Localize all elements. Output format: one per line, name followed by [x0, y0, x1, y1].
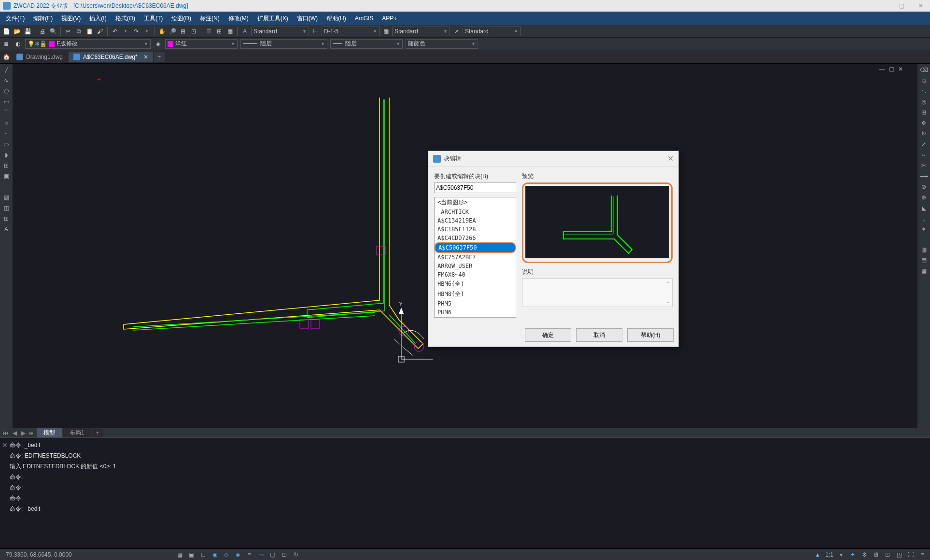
close-button[interactable]: ✕	[915, 2, 927, 9]
dim-style-combo[interactable]: D-1-5▼	[322, 27, 380, 36]
hardware-icon[interactable]: ⛶	[907, 551, 915, 559]
copy-obj-icon[interactable]: ⧉	[919, 76, 928, 85]
pan-icon[interactable]: ✋	[157, 27, 166, 36]
props-icon[interactable]: ☰	[204, 27, 213, 36]
menu-edit[interactable]: 编辑(E)	[29, 13, 56, 25]
command-window[interactable]: ✕ 命令: _bedit命令: EDITNESTEDBLOCK输入 EDITNE…	[0, 437, 930, 548]
menu-view[interactable]: 视图(V)	[57, 13, 85, 25]
block-list-item[interactable]: PHM8	[435, 317, 516, 318]
zoom-icon[interactable]: 🔎	[168, 27, 177, 36]
paste-icon[interactable]: 📋	[85, 27, 94, 36]
tab-last-icon[interactable]: ⏭	[28, 430, 36, 436]
dimstyle-icon[interactable]: ⊢	[311, 27, 320, 36]
region-icon[interactable]: ◫	[2, 204, 11, 212]
iso-icon[interactable]: ◳	[895, 551, 903, 559]
add-tab-button[interactable]: +	[154, 52, 165, 62]
scroll-down-icon[interactable]: ⌄	[665, 298, 670, 305]
polar-toggle[interactable]: ◉	[211, 551, 219, 559]
scale-readout[interactable]: 1:1	[825, 551, 833, 558]
palette3-icon[interactable]: ▦	[919, 266, 928, 275]
mtext-icon[interactable]: A	[2, 225, 11, 234]
array-icon[interactable]: ⊞	[919, 108, 928, 117]
block-list-item[interactable]: A$C50637F50	[435, 242, 516, 253]
offset-icon[interactable]: ◎	[919, 98, 928, 106]
lineweight-combo[interactable]: 随层▼	[330, 39, 403, 49]
cut-icon[interactable]: ✂	[64, 27, 72, 36]
layout-tab[interactable]: 布局1	[63, 428, 91, 438]
block-list-item[interactable]: <当前图形>	[435, 197, 516, 208]
rect-icon[interactable]: ▭	[2, 98, 11, 106]
mleader-icon[interactable]: ↗	[452, 27, 461, 36]
undo-drop-icon[interactable]: ▼	[121, 27, 130, 36]
ok-button[interactable]: 确定	[525, 328, 571, 342]
menu-insert[interactable]: 插入(I)	[85, 13, 110, 25]
menu-format[interactable]: 格式(O)	[112, 13, 139, 25]
tab-next-icon[interactable]: ▶	[19, 430, 27, 436]
block-list-item[interactable]: PHM5	[435, 299, 516, 308]
block-list-item[interactable]: HBM6(全)	[435, 279, 516, 289]
menu-tools[interactable]: 工具(T)	[140, 13, 167, 25]
layer-iso-icon[interactable]: ◈	[154, 40, 162, 48]
grid-toggle[interactable]: ▦	[176, 551, 184, 559]
move-icon[interactable]: ✥	[919, 119, 928, 127]
viewport-max-icon[interactable]: ▢	[889, 66, 894, 72]
block-list-item[interactable]: PHM6	[435, 308, 516, 317]
explode-icon[interactable]: ✶	[919, 225, 928, 234]
otrack-toggle[interactable]: ◈	[234, 551, 242, 559]
table-style-combo[interactable]: Standard▼	[392, 27, 450, 36]
polygon-icon[interactable]: ⬠	[2, 87, 11, 96]
text-style-combo[interactable]: Standard▼	[251, 27, 309, 36]
block-list-item[interactable]: A$C1B5F1128	[435, 225, 516, 234]
stretch-icon[interactable]: ↔	[919, 151, 928, 159]
textstyle-icon[interactable]: A	[240, 27, 249, 36]
scroll-up-icon[interactable]: ⌃	[665, 280, 670, 287]
model-toggle[interactable]: ▢	[269, 551, 277, 559]
menu-file[interactable]: 文件(F)	[2, 13, 28, 25]
copy-icon[interactable]: ⧉	[74, 27, 83, 36]
customize-icon[interactable]: ≡	[918, 551, 926, 559]
monitor-icon[interactable]: 🖥	[872, 551, 880, 559]
lwt-toggle[interactable]: ≡	[246, 551, 254, 559]
layer-manager-icon[interactable]: ≣	[2, 40, 11, 48]
zoom-ext-icon[interactable]: ⊡	[189, 27, 198, 36]
spline-icon[interactable]: ∼	[2, 129, 11, 138]
mleader-style-combo[interactable]: Standard▼	[463, 27, 521, 36]
doc-tab-1[interactable]: Drawing1.dwg	[12, 52, 68, 62]
erase-icon[interactable]: ⌫	[919, 66, 928, 74]
print-icon[interactable]: 🖨	[38, 27, 47, 36]
plotstyle-combo[interactable]: 随颜色▼	[406, 39, 478, 49]
tab-first-icon[interactable]: ⏮	[2, 430, 10, 436]
ellipse-icon[interactable]: ⬭	[2, 140, 11, 149]
break-icon[interactable]: ⊘	[919, 182, 928, 191]
tablestyle-icon[interactable]: ▦	[381, 27, 390, 36]
fillet-icon[interactable]: ◟	[919, 214, 928, 223]
menu-draw[interactable]: 绘图(D)	[168, 13, 195, 25]
block-list-item[interactable]: A$C134219EA	[435, 216, 516, 225]
arc-icon[interactable]: ⌒	[2, 108, 11, 117]
model-tab[interactable]: 模型	[37, 428, 62, 438]
maximize-button[interactable]: ▢	[895, 2, 908, 9]
point-icon[interactable]: ·	[2, 182, 11, 191]
block-list-item[interactable]: A$C757A2BF7	[435, 253, 516, 262]
table-icon[interactable]: ⊞	[2, 214, 11, 223]
join-icon[interactable]: ⊕	[919, 193, 928, 202]
insert-icon[interactable]: ⊞	[2, 161, 11, 170]
redo-icon[interactable]: ↷	[132, 27, 141, 36]
block-icon[interactable]: ▣	[2, 172, 11, 181]
osnap-toggle[interactable]: ◇	[223, 551, 230, 559]
ortho-toggle[interactable]: ∟	[199, 551, 207, 559]
viewport-min-icon[interactable]: —	[879, 66, 885, 72]
scale-drop-icon[interactable]: ▾	[837, 551, 845, 559]
scale-icon[interactable]: ⤢	[919, 140, 928, 149]
description-box[interactable]: ⌃ ⌄	[522, 278, 673, 307]
add-layout-button[interactable]: +	[92, 429, 103, 437]
menu-appplus[interactable]: APP+	[378, 13, 401, 24]
drawing-canvas[interactable]: — ▢ ✕ + X Y	[13, 64, 917, 428]
menu-modify[interactable]: 修改(M)	[225, 13, 253, 25]
zoom-win-icon[interactable]: ⊞	[179, 27, 187, 36]
match-icon[interactable]: 🖌	[96, 27, 104, 36]
color-combo[interactable]: 洋红▼	[165, 39, 238, 49]
save-icon[interactable]: 💾	[23, 27, 32, 36]
line-icon[interactable]: ╱	[2, 66, 11, 74]
layer-combo[interactable]: 💡❄🔓 E版修改▼	[25, 39, 151, 49]
